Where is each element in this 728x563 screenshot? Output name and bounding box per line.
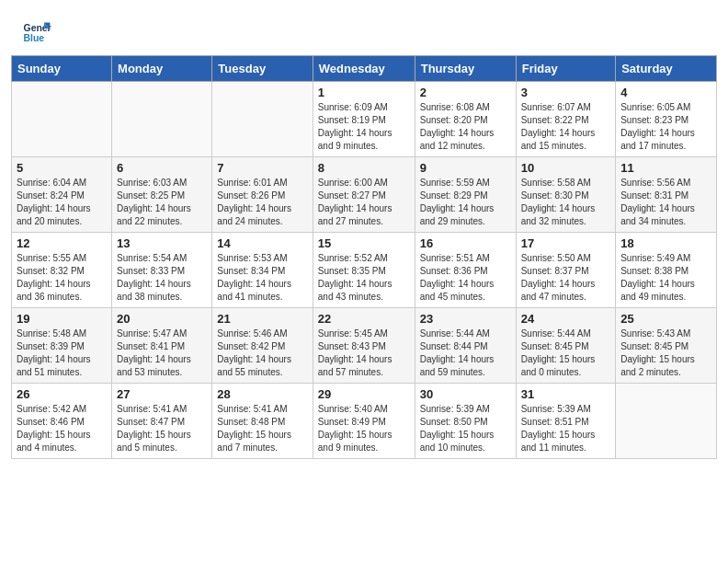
calendar-cell: 18Sunrise: 5:49 AM Sunset: 8:38 PM Dayli… [616,233,717,308]
day-info: Sunrise: 6:09 AM Sunset: 8:19 PM Dayligh… [318,101,410,153]
logo: General Blue [22,17,53,46]
calendar-body: 1Sunrise: 6:09 AM Sunset: 8:19 PM Daylig… [12,82,717,459]
day-number: 17 [521,236,611,250]
day-info: Sunrise: 5:39 AM Sunset: 8:50 PM Dayligh… [420,403,511,454]
day-info: Sunrise: 5:42 AM Sunset: 8:46 PM Dayligh… [17,403,107,454]
calendar-cell: 16Sunrise: 5:51 AM Sunset: 8:36 PM Dayli… [415,233,516,308]
calendar-cell: 23Sunrise: 5:44 AM Sunset: 8:44 PM Dayli… [415,308,516,384]
day-number: 22 [318,312,410,326]
day-info: Sunrise: 6:07 AM Sunset: 8:22 PM Dayligh… [521,101,611,153]
day-info: Sunrise: 5:50 AM Sunset: 8:37 PM Dayligh… [521,252,611,304]
page-header: General Blue [0,0,728,55]
calendar-cell: 29Sunrise: 5:40 AM Sunset: 8:49 PM Dayli… [313,384,415,459]
day-info: Sunrise: 6:00 AM Sunset: 8:27 PM Dayligh… [318,177,410,228]
day-number: 24 [521,312,611,326]
calendar-cell: 15Sunrise: 5:52 AM Sunset: 8:35 PM Dayli… [313,233,415,308]
calendar-cell: 7Sunrise: 6:01 AM Sunset: 8:26 PM Daylig… [212,157,313,233]
day-number: 8 [318,161,410,175]
calendar-week-3: 12Sunrise: 5:55 AM Sunset: 8:32 PM Dayli… [12,233,717,308]
calendar-cell: 12Sunrise: 5:55 AM Sunset: 8:32 PM Dayli… [12,233,112,308]
svg-text:Blue: Blue [24,33,45,43]
day-number: 13 [117,236,207,250]
day-number: 26 [17,387,107,401]
day-info: Sunrise: 5:40 AM Sunset: 8:49 PM Dayligh… [318,403,410,454]
day-number: 30 [420,387,511,401]
day-info: Sunrise: 5:44 AM Sunset: 8:44 PM Dayligh… [420,327,511,379]
calendar-cell: 24Sunrise: 5:44 AM Sunset: 8:45 PM Dayli… [516,308,616,384]
calendar-cell: 25Sunrise: 5:43 AM Sunset: 8:45 PM Dayli… [616,308,717,384]
day-number: 21 [217,312,307,326]
day-info: Sunrise: 5:52 AM Sunset: 8:35 PM Dayligh… [318,252,410,304]
day-info: Sunrise: 6:03 AM Sunset: 8:25 PM Dayligh… [117,177,207,228]
calendar-week-5: 26Sunrise: 5:42 AM Sunset: 8:46 PM Dayli… [12,384,717,459]
day-info: Sunrise: 5:55 AM Sunset: 8:32 PM Dayligh… [17,252,107,304]
col-header-wednesday: Wednesday [313,56,415,82]
calendar-cell: 17Sunrise: 5:50 AM Sunset: 8:37 PM Dayli… [516,233,616,308]
calendar-cell: 21Sunrise: 5:46 AM Sunset: 8:42 PM Dayli… [212,308,313,384]
day-number: 29 [318,387,410,401]
col-header-saturday: Saturday [616,56,717,82]
day-info: Sunrise: 5:53 AM Sunset: 8:34 PM Dayligh… [217,252,307,304]
calendar-cell: 2Sunrise: 6:08 AM Sunset: 8:20 PM Daylig… [415,82,516,157]
day-number: 25 [620,312,711,326]
day-info: Sunrise: 5:39 AM Sunset: 8:51 PM Dayligh… [521,403,611,454]
day-number: 5 [17,161,107,175]
day-number: 27 [117,387,207,401]
day-info: Sunrise: 6:05 AM Sunset: 8:23 PM Dayligh… [620,101,711,153]
day-number: 20 [117,312,207,326]
day-number: 7 [217,161,307,175]
day-number: 23 [420,312,511,326]
day-info: Sunrise: 5:44 AM Sunset: 8:45 PM Dayligh… [521,327,611,379]
day-info: Sunrise: 5:46 AM Sunset: 8:42 PM Dayligh… [217,327,307,379]
day-info: Sunrise: 5:58 AM Sunset: 8:30 PM Dayligh… [521,177,611,228]
calendar-table: SundayMondayTuesdayWednesdayThursdayFrid… [11,55,717,459]
calendar-cell: 6Sunrise: 6:03 AM Sunset: 8:25 PM Daylig… [112,157,212,233]
col-header-tuesday: Tuesday [212,56,313,82]
calendar-cell: 13Sunrise: 5:54 AM Sunset: 8:33 PM Dayli… [112,233,212,308]
day-number: 9 [420,161,511,175]
day-number: 31 [521,387,611,401]
day-info: Sunrise: 5:45 AM Sunset: 8:43 PM Dayligh… [318,327,410,379]
day-info: Sunrise: 5:59 AM Sunset: 8:29 PM Dayligh… [420,177,511,228]
day-number: 15 [318,236,410,250]
calendar-cell: 3Sunrise: 6:07 AM Sunset: 8:22 PM Daylig… [516,82,616,157]
day-info: Sunrise: 5:56 AM Sunset: 8:31 PM Dayligh… [620,177,711,228]
day-number: 6 [117,161,207,175]
calendar-week-2: 5Sunrise: 6:04 AM Sunset: 8:24 PM Daylig… [12,157,717,233]
day-number: 18 [620,236,711,250]
day-info: Sunrise: 5:41 AM Sunset: 8:47 PM Dayligh… [117,403,207,454]
day-info: Sunrise: 5:47 AM Sunset: 8:41 PM Dayligh… [117,327,207,379]
day-info: Sunrise: 5:51 AM Sunset: 8:36 PM Dayligh… [420,252,511,304]
calendar-cell [12,82,112,157]
calendar-cell [212,82,313,157]
logo-icon: General Blue [22,17,51,46]
day-number: 10 [521,161,611,175]
day-number: 4 [620,86,711,99]
day-info: Sunrise: 5:43 AM Sunset: 8:45 PM Dayligh… [620,327,711,379]
calendar-week-1: 1Sunrise: 6:09 AM Sunset: 8:19 PM Daylig… [12,82,717,157]
col-header-thursday: Thursday [415,56,516,82]
day-info: Sunrise: 6:04 AM Sunset: 8:24 PM Dayligh… [17,177,107,228]
calendar-cell: 14Sunrise: 5:53 AM Sunset: 8:34 PM Dayli… [212,233,313,308]
day-info: Sunrise: 5:48 AM Sunset: 8:39 PM Dayligh… [17,327,107,379]
day-number: 11 [620,161,711,175]
day-number: 2 [420,86,511,99]
calendar-cell: 8Sunrise: 6:00 AM Sunset: 8:27 PM Daylig… [313,157,415,233]
calendar-cell: 27Sunrise: 5:41 AM Sunset: 8:47 PM Dayli… [112,384,212,459]
calendar-cell: 4Sunrise: 6:05 AM Sunset: 8:23 PM Daylig… [616,82,717,157]
calendar-cell [616,384,717,459]
col-header-sunday: Sunday [12,56,112,82]
calendar-cell: 26Sunrise: 5:42 AM Sunset: 8:46 PM Dayli… [12,384,112,459]
day-info: Sunrise: 6:08 AM Sunset: 8:20 PM Dayligh… [420,101,511,153]
day-number: 12 [17,236,107,250]
col-header-monday: Monday [112,56,212,82]
day-info: Sunrise: 6:01 AM Sunset: 8:26 PM Dayligh… [217,177,307,228]
day-number: 16 [420,236,511,250]
calendar-cell: 10Sunrise: 5:58 AM Sunset: 8:30 PM Dayli… [516,157,616,233]
calendar-cell: 19Sunrise: 5:48 AM Sunset: 8:39 PM Dayli… [12,308,112,384]
day-number: 19 [17,312,107,326]
calendar-cell: 31Sunrise: 5:39 AM Sunset: 8:51 PM Dayli… [516,384,616,459]
day-number: 3 [521,86,611,99]
calendar-cell: 11Sunrise: 5:56 AM Sunset: 8:31 PM Dayli… [616,157,717,233]
calendar-week-4: 19Sunrise: 5:48 AM Sunset: 8:39 PM Dayli… [12,308,717,384]
